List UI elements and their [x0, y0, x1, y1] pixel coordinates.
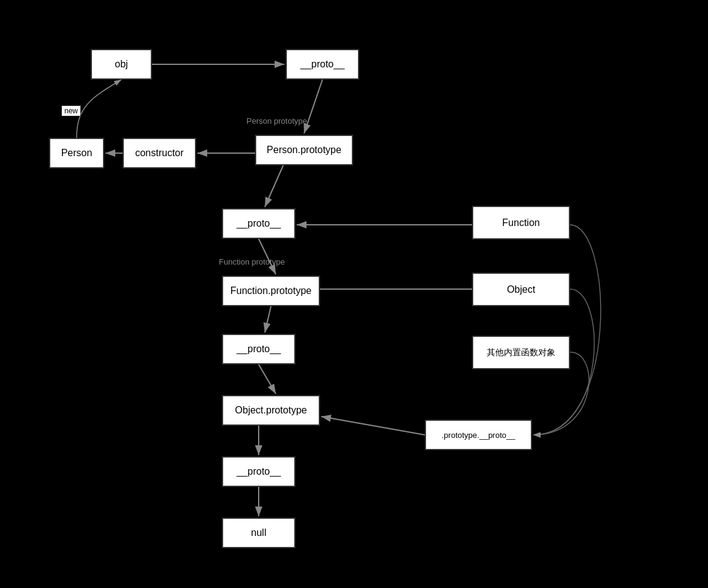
box-function: Function — [472, 206, 570, 239]
svg-line-4 — [265, 165, 283, 207]
box-proto-top: __proto__ — [286, 49, 359, 80]
svg-line-12 — [321, 417, 425, 435]
box-proto-dot: .prototype.__proto__ — [425, 420, 532, 450]
label-function-prototype: Function prototype — [219, 257, 285, 266]
box-proto-mid: __proto__ — [222, 208, 295, 239]
box-constructor: constructor — [123, 138, 196, 168]
svg-line-10 — [259, 364, 276, 394]
box-function-prototype: Function.prototype — [222, 276, 320, 306]
box-object: Object — [472, 273, 570, 306]
svg-line-9 — [265, 306, 271, 333]
label-new: new — [61, 105, 81, 116]
arrows-svg — [0, 0, 708, 588]
box-builtin: 其他内置函数对象 — [472, 336, 570, 369]
diagram: obj __proto__ new Person.prototype Perso… — [0, 0, 708, 588]
box-person: Person — [49, 138, 104, 168]
box-proto-bottom: __proto__ — [222, 456, 295, 487]
box-null: null — [222, 518, 295, 548]
label-person-prototype: Person prototype — [246, 116, 307, 126]
box-person-prototype: Person.prototype — [255, 135, 353, 165]
box-object-prototype: Object.prototype — [222, 395, 320, 426]
box-obj: obj — [91, 49, 152, 80]
svg-line-7 — [259, 239, 276, 274]
box-proto-lower: __proto__ — [222, 334, 295, 364]
